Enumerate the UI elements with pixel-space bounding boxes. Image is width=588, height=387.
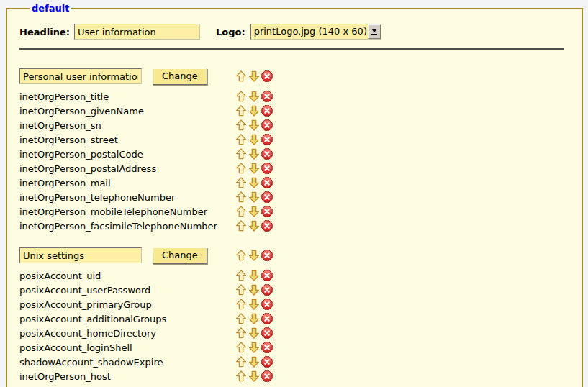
delete-icon[interactable] bbox=[261, 134, 273, 145]
move-down-icon[interactable] bbox=[248, 191, 260, 203]
move-up-icon[interactable] bbox=[235, 177, 247, 188]
move-down-icon[interactable] bbox=[248, 313, 260, 324]
move-up-icon[interactable] bbox=[235, 191, 247, 203]
move-up-icon[interactable] bbox=[235, 119, 247, 131]
delete-icon[interactable] bbox=[261, 342, 273, 353]
section-header-row: Change bbox=[19, 68, 582, 85]
move-up-icon[interactable] bbox=[235, 370, 247, 382]
field-row: posixAccount_primaryGroup bbox=[19, 297, 582, 311]
field-name: inetOrgPerson_sn bbox=[19, 120, 235, 131]
move-up-icon[interactable] bbox=[235, 105, 247, 117]
field-name: inetOrgPerson_givenName bbox=[19, 106, 235, 117]
move-up-icon[interactable] bbox=[235, 163, 247, 174]
logo-label: Logo: bbox=[216, 27, 245, 37]
field-row: posixAccount_homeDirectory bbox=[19, 326, 582, 340]
move-up-icon[interactable] bbox=[235, 342, 247, 353]
move-up-icon[interactable] bbox=[235, 356, 247, 368]
delete-icon[interactable] bbox=[261, 148, 273, 160]
delete-icon[interactable] bbox=[261, 313, 273, 324]
move-down-icon[interactable] bbox=[248, 163, 260, 174]
field-row: inetOrgPerson_postalCode bbox=[19, 147, 582, 161]
down-triangle-icon bbox=[371, 29, 377, 32]
delete-icon[interactable] bbox=[261, 220, 273, 232]
move-up-icon[interactable] bbox=[235, 299, 247, 310]
move-down-icon[interactable] bbox=[248, 370, 260, 382]
delete-icon[interactable] bbox=[261, 91, 273, 102]
field-list: inetOrgPerson_title inetOrgPerson_given bbox=[19, 89, 582, 233]
field-name: inetOrgPerson_telephoneNumber bbox=[19, 192, 235, 203]
move-down-icon[interactable] bbox=[248, 134, 260, 145]
delete-icon[interactable] bbox=[261, 356, 273, 368]
move-down-icon[interactable] bbox=[248, 70, 260, 82]
move-up-icon[interactable] bbox=[235, 91, 247, 102]
row-icon-group bbox=[235, 356, 274, 368]
headline-label: Headline: bbox=[19, 27, 70, 37]
field-row: inetOrgPerson_facsimileTelephoneNumber bbox=[19, 219, 582, 233]
move-down-icon[interactable] bbox=[248, 342, 260, 353]
logo-select-value: printLogo.jpg (140 x 60) bbox=[251, 24, 368, 39]
row-icon-group bbox=[235, 91, 274, 102]
field-name: posixAccount_homeDirectory bbox=[19, 328, 235, 339]
move-up-icon[interactable] bbox=[235, 250, 247, 261]
row-icon-group bbox=[235, 270, 274, 281]
delete-icon[interactable] bbox=[261, 299, 273, 310]
field-row: posixAccount_uid bbox=[19, 268, 582, 283]
field-name: inetOrgPerson_facsimileTelephoneNumber bbox=[19, 221, 235, 232]
move-down-icon[interactable] bbox=[248, 284, 260, 296]
field-row: inetOrgPerson_telephoneNumber bbox=[19, 190, 582, 204]
move-up-icon[interactable] bbox=[235, 313, 247, 324]
delete-icon[interactable] bbox=[261, 370, 273, 382]
delete-icon[interactable] bbox=[261, 70, 273, 82]
change-button[interactable]: Change bbox=[153, 68, 207, 85]
move-down-icon[interactable] bbox=[248, 148, 260, 160]
row-icon-group bbox=[235, 163, 274, 174]
field-name: inetOrgPerson_mail bbox=[19, 178, 235, 188]
delete-icon[interactable] bbox=[261, 206, 273, 217]
section-title-input[interactable] bbox=[19, 247, 142, 263]
move-down-icon[interactable] bbox=[248, 327, 260, 339]
logo-select[interactable]: printLogo.jpg (140 x 60) bbox=[250, 24, 381, 40]
row-icon-group bbox=[235, 191, 274, 203]
move-down-icon[interactable] bbox=[248, 119, 260, 131]
row-icon-group bbox=[235, 119, 274, 131]
delete-icon[interactable] bbox=[261, 250, 273, 261]
delete-icon[interactable] bbox=[261, 177, 273, 188]
delete-icon[interactable] bbox=[261, 191, 273, 203]
move-down-icon[interactable] bbox=[248, 206, 260, 217]
sections: Change bbox=[19, 68, 582, 383]
move-up-icon[interactable] bbox=[235, 327, 247, 339]
delete-icon[interactable] bbox=[261, 163, 273, 174]
field-row: inetOrgPerson_givenName bbox=[19, 104, 582, 118]
field-list: posixAccount_uid posixAccount_userPassw bbox=[19, 268, 582, 383]
dropdown-arrow-icon[interactable] bbox=[368, 24, 381, 39]
delete-icon[interactable] bbox=[261, 119, 273, 131]
section-header-row: Change bbox=[19, 247, 582, 264]
change-button[interactable]: Change bbox=[153, 247, 207, 264]
move-down-icon[interactable] bbox=[248, 220, 260, 232]
move-up-icon[interactable] bbox=[235, 148, 247, 160]
delete-icon[interactable] bbox=[261, 284, 273, 296]
field-row: inetOrgPerson_mail bbox=[19, 176, 582, 190]
move-down-icon[interactable] bbox=[248, 299, 260, 310]
delete-icon[interactable] bbox=[261, 270, 273, 281]
move-down-icon[interactable] bbox=[248, 270, 260, 281]
underline-bar bbox=[371, 34, 377, 35]
move-down-icon[interactable] bbox=[248, 356, 260, 368]
move-up-icon[interactable] bbox=[235, 134, 247, 145]
move-up-icon[interactable] bbox=[235, 70, 247, 82]
move-up-icon[interactable] bbox=[235, 220, 247, 232]
section: Change bbox=[19, 68, 582, 233]
field-name: inetOrgPerson_host bbox=[19, 371, 235, 382]
move-up-icon[interactable] bbox=[235, 206, 247, 217]
delete-icon[interactable] bbox=[261, 327, 273, 339]
delete-icon[interactable] bbox=[261, 105, 273, 117]
headline-input[interactable] bbox=[74, 24, 200, 40]
move-down-icon[interactable] bbox=[248, 105, 260, 117]
move-down-icon[interactable] bbox=[248, 91, 260, 102]
move-up-icon[interactable] bbox=[235, 270, 247, 281]
section-title-input[interactable] bbox=[19, 68, 142, 84]
move-down-icon[interactable] bbox=[248, 250, 260, 261]
move-down-icon[interactable] bbox=[248, 177, 260, 188]
field-row: inetOrgPerson_mobileTelephoneNumber bbox=[19, 204, 582, 219]
move-up-icon[interactable] bbox=[235, 284, 247, 296]
